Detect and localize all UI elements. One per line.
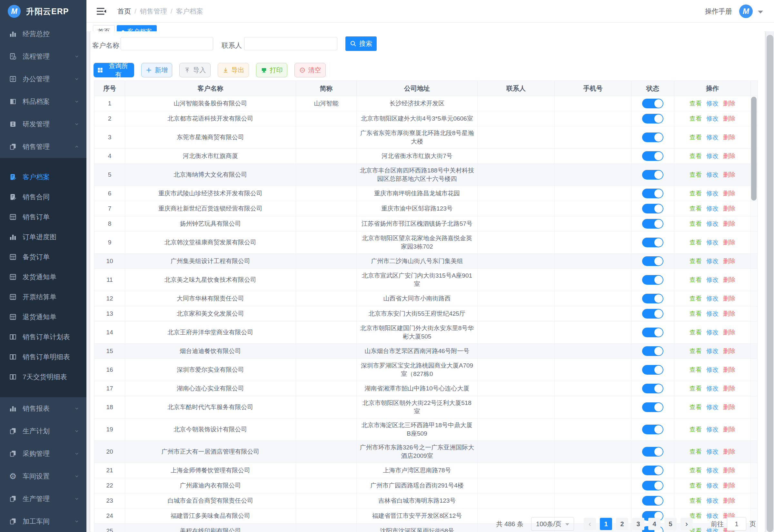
edit-link[interactable]: 修改 <box>706 205 719 212</box>
view-link[interactable]: 查看 <box>690 295 702 302</box>
status-toggle[interactable] <box>642 204 663 213</box>
status-toggle[interactable] <box>642 99 663 108</box>
delete-link[interactable]: 删除 <box>723 348 735 354</box>
contact-input[interactable] <box>244 37 337 50</box>
tab-item[interactable]: 首页 <box>93 25 115 31</box>
status-toggle[interactable] <box>642 365 663 375</box>
clear-button[interactable]: 清空 <box>294 63 326 77</box>
view-link[interactable]: 查看 <box>690 310 702 317</box>
query-all-button[interactable]: 查询所有 <box>94 63 134 77</box>
edit-link[interactable]: 修改 <box>706 171 719 178</box>
sidebar-item[interactable]: 料品档案 <box>0 90 86 113</box>
delete-link[interactable]: 删除 <box>723 205 735 212</box>
import-button[interactable]: 导入 <box>179 63 211 77</box>
edit-link[interactable]: 修改 <box>706 366 719 373</box>
status-toggle[interactable] <box>642 151 663 161</box>
page-button-4[interactable]: 4 <box>648 518 660 530</box>
edit-link[interactable]: 修改 <box>706 258 719 264</box>
edit-link[interactable]: 修改 <box>706 448 719 455</box>
edit-link[interactable]: 修改 <box>706 426 719 433</box>
status-toggle[interactable] <box>642 425 663 434</box>
view-link[interactable]: 查看 <box>690 448 702 455</box>
status-toggle[interactable] <box>642 256 663 266</box>
status-toggle[interactable] <box>642 114 663 123</box>
edit-link[interactable]: 修改 <box>706 276 719 283</box>
edit-link[interactable]: 修改 <box>706 295 719 302</box>
sidebar-item[interactable]: 销售订单明细表 <box>0 347 86 367</box>
prev-page-button[interactable]: ‹ <box>584 518 596 530</box>
avatar[interactable]: M <box>739 5 753 18</box>
edit-link[interactable]: 修改 <box>706 482 719 489</box>
delete-link[interactable]: 删除 <box>723 276 735 283</box>
sidebar-item[interactable]: 客户档案 <box>0 167 86 187</box>
sidebar-item[interactable]: 研发管理 <box>0 113 86 135</box>
delete-link[interactable]: 删除 <box>723 426 735 433</box>
delete-link[interactable]: 删除 <box>723 239 735 246</box>
sidebar-item[interactable]: 发货通知单 <box>0 267 86 287</box>
page-button-5[interactable]: 5 <box>664 518 677 530</box>
status-toggle[interactable] <box>642 133 663 142</box>
status-toggle[interactable] <box>642 170 663 180</box>
view-link[interactable]: 查看 <box>690 100 702 107</box>
customer-name-input[interactable] <box>121 37 213 50</box>
export-button[interactable]: 导出 <box>218 63 249 77</box>
sidebar-item[interactable]: 流程管理 <box>0 45 86 68</box>
view-link[interactable]: 查看 <box>690 190 702 197</box>
view-link[interactable]: 查看 <box>690 329 702 336</box>
status-toggle[interactable] <box>642 402 663 412</box>
edit-link[interactable]: 修改 <box>706 239 719 246</box>
edit-link[interactable]: 修改 <box>706 310 719 317</box>
search-button[interactable]: 搜索 <box>345 36 377 51</box>
delete-link[interactable]: 删除 <box>723 482 735 489</box>
edit-link[interactable]: 修改 <box>706 100 719 107</box>
view-link[interactable]: 查看 <box>690 239 702 246</box>
view-link[interactable]: 查看 <box>690 366 702 373</box>
edit-link[interactable]: 修改 <box>706 497 719 504</box>
sidebar-item[interactable]: 经营总控 <box>0 23 86 45</box>
status-toggle[interactable] <box>642 275 663 285</box>
collapse-sidebar-icon[interactable] <box>97 7 106 16</box>
sidebar-item[interactable]: 加工车间 <box>0 510 86 532</box>
delete-link[interactable]: 删除 <box>723 100 735 107</box>
delete-link[interactable]: 删除 <box>723 295 735 302</box>
delete-link[interactable]: 删除 <box>723 115 735 122</box>
sidebar-item[interactable]: 7天交货明细表 <box>0 367 86 387</box>
edit-link[interactable]: 修改 <box>706 329 719 336</box>
view-link[interactable]: 查看 <box>690 385 702 392</box>
view-link[interactable]: 查看 <box>690 258 702 264</box>
chevron-down-icon[interactable] <box>758 11 763 14</box>
sidebar-item[interactable]: 销售合同 <box>0 187 86 207</box>
edit-link[interactable]: 修改 <box>706 153 719 159</box>
edit-link[interactable]: 修改 <box>706 385 719 392</box>
sidebar-item[interactable]: 销售订单计划表 <box>0 327 86 347</box>
sidebar-item[interactable]: 销售报表 <box>0 397 86 420</box>
status-toggle[interactable] <box>642 466 663 475</box>
status-toggle[interactable] <box>642 481 663 490</box>
view-link[interactable]: 查看 <box>690 276 702 283</box>
sidebar-item[interactable]: 销售订单 <box>0 207 86 227</box>
print-button[interactable]: 打印 <box>256 63 287 77</box>
delete-link[interactable]: 删除 <box>723 385 735 392</box>
delete-link[interactable]: 删除 <box>723 190 735 197</box>
page-button-3[interactable]: 3 <box>632 518 644 530</box>
view-link[interactable]: 查看 <box>690 348 702 354</box>
status-toggle[interactable] <box>642 384 663 393</box>
page-button-2[interactable]: 2 <box>616 518 628 530</box>
delete-link[interactable]: 删除 <box>723 220 735 227</box>
delete-link[interactable]: 删除 <box>723 153 735 159</box>
delete-link[interactable]: 删除 <box>723 497 735 504</box>
page-size-select[interactable]: 100条/页 <box>531 517 574 531</box>
edit-link[interactable]: 修改 <box>706 467 719 474</box>
delete-link[interactable]: 删除 <box>723 467 735 474</box>
delete-link[interactable]: 删除 <box>723 134 735 141</box>
sidebar-item[interactable]: 订单进度图 <box>0 227 86 247</box>
status-toggle[interactable] <box>642 219 663 229</box>
table-scrollbar-thumb[interactable] <box>751 97 757 201</box>
sidebar-item[interactable]: 生产计划 <box>0 420 86 442</box>
status-toggle[interactable] <box>642 238 663 247</box>
add-button[interactable]: 新增 <box>141 63 172 77</box>
sidebar-item[interactable]: 办公管理 <box>0 68 86 90</box>
view-link[interactable]: 查看 <box>690 426 702 433</box>
view-link[interactable]: 查看 <box>690 404 702 410</box>
view-link[interactable]: 查看 <box>690 482 702 489</box>
